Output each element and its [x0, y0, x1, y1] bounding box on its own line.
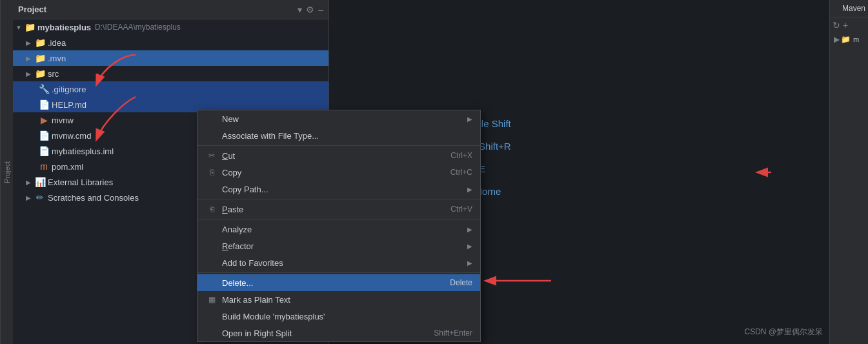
shortcut-label: Ctrl+X	[450, 151, 472, 160]
maven-panel: Maven ↻ + ▶ 📁 m	[829, 0, 868, 344]
shortcut-label: Ctrl+C	[450, 168, 472, 177]
chevron-icon: ▶	[26, 55, 34, 62]
folder-icon: 📁	[35, 68, 45, 79]
menu-label: Analyze	[222, 225, 465, 234]
menu-label: Open in Right Split	[222, 329, 434, 338]
shortcut-label: Shift+Enter	[434, 329, 472, 338]
tree-root[interactable]: ▼ 📁 mybatiesplus D:\IDEAAA\mybatiesplus	[13, 19, 328, 35]
menu-label: Associate with File Type...	[222, 131, 472, 141]
item-label: mvnw	[52, 116, 74, 125]
maven-title: Maven	[842, 4, 865, 13]
file-icon: 📄	[39, 99, 49, 110]
maven-chevron: ▶	[834, 35, 840, 44]
settings-icon[interactable]: ⚙	[306, 5, 314, 15]
folder-icon: 📁	[35, 53, 45, 63]
chevron-icon: ▶	[26, 70, 34, 77]
item-label: mybatiesplus.iml	[52, 147, 114, 156]
panel-header: Project ▾ ⚙ –	[13, 0, 328, 19]
menu-item-open-split[interactable]: Open in Right Split Shift+Enter	[197, 325, 480, 341]
panel-title: Project	[18, 5, 46, 14]
shortcut-label: Delete	[450, 278, 472, 287]
mark-plain-icon: ▦	[205, 295, 218, 304]
file-icon: 📄	[39, 146, 49, 156]
item-label: .mvn	[48, 54, 66, 63]
menu-label: Build Module 'mybatiesplus'	[222, 312, 472, 321]
file-icon: 🔧	[39, 84, 49, 94]
menu-separator	[197, 199, 480, 199]
menu-item-paste[interactable]: ⎗ Paste Ctrl+V	[197, 201, 480, 218]
submenu-arrow: ▶	[467, 226, 472, 233]
context-menu: New ▶ Associate with File Type... ✂ Cut …	[197, 110, 481, 342]
menu-label: Mark as Plain Text	[222, 295, 472, 305]
menu-label: Paste	[222, 205, 450, 214]
csdn-watermark: CSDN @梦里偶尔发呆	[744, 327, 823, 338]
root-path: D:\IDEAAA\mybatiesplus	[95, 23, 181, 32]
maven-icons: ↻ +	[830, 17, 868, 33]
submenu-arrow: ▶	[467, 243, 472, 250]
item-label: HELP.md	[52, 100, 86, 110]
menu-separator	[197, 272, 480, 273]
menu-item-refactor[interactable]: Refactor ▶	[197, 238, 480, 254]
menu-item-mark-plain[interactable]: ▦ Mark as Plain Text	[197, 291, 480, 308]
folder-icon: 📁	[35, 37, 45, 48]
menu-item-analyze[interactable]: Analyze ▶	[197, 221, 480, 238]
file-icon: 📄	[39, 130, 49, 141]
item-label: Scratches and Consoles	[48, 193, 139, 203]
menu-label: Copy Path...	[222, 185, 465, 194]
item-label: .gitignore	[52, 85, 86, 94]
submenu-arrow: ▶	[467, 259, 472, 267]
item-label: .idea	[48, 38, 66, 48]
shortcut-label: Ctrl+V	[450, 205, 472, 214]
menu-item-associate[interactable]: Associate with File Type...	[197, 127, 480, 144]
menu-item-add-favorites[interactable]: Add to Favorites ▶	[197, 254, 480, 271]
main-container: Project Project ▾ ⚙ – ▼ 📁 mybatiesplus D…	[0, 0, 868, 344]
file-icon: m	[39, 161, 49, 172]
menu-label: New	[222, 114, 465, 124]
maven-folder-icon: 📁	[841, 35, 851, 44]
menu-item-cut[interactable]: ✂ Cut Ctrl+X	[197, 147, 480, 164]
chevron-icon: ▶	[26, 179, 34, 186]
submenu-arrow: ▶	[467, 116, 472, 123]
chevron-icon: ▶	[26, 194, 34, 201]
collapse-icon[interactable]: –	[318, 5, 323, 15]
tree-item-idea[interactable]: ▶ 📁 .idea	[13, 35, 328, 50]
vertical-panel-label[interactable]: Project	[0, 0, 13, 344]
maven-refresh-icon[interactable]: ↻	[833, 20, 840, 30]
menu-item-delete[interactable]: Delete... Delete	[197, 274, 480, 291]
item-label: mvnw.cmd	[52, 131, 91, 141]
file-icon: ▶	[39, 115, 49, 125]
menu-label: Add to Favorites	[222, 258, 465, 268]
maven-item-label: m	[853, 35, 859, 43]
paste-icon: ⎗	[205, 205, 218, 214]
menu-label: Delete...	[222, 278, 450, 288]
tree-item-mvn[interactable]: ▶ 📁 .mvn	[13, 50, 328, 66]
arrow-to-delete	[474, 268, 558, 294]
chevron-icon: ▶	[26, 39, 34, 46]
collapse-arrow-icon	[755, 159, 774, 185]
menu-label: Refactor	[222, 241, 465, 251]
menu-item-copy-path[interactable]: Copy Path... ▶	[197, 181, 480, 197]
menu-item-build-module[interactable]: Build Module 'mybatiesplus'	[197, 308, 480, 325]
item-label: src	[48, 69, 59, 79]
item-label: pom.xml	[52, 162, 83, 172]
menu-separator	[197, 219, 480, 219]
tree-item-src[interactable]: ▶ 📁 src	[13, 66, 328, 81]
menu-separator	[197, 145, 480, 146]
cut-icon: ✂	[205, 151, 218, 160]
folder-icon: 📊	[35, 177, 45, 187]
root-label: mybatiesplus	[37, 23, 91, 32]
tree-item-gitignore[interactable]: 🔧 .gitignore	[13, 81, 328, 97]
dropdown-icon[interactable]: ▾	[298, 5, 302, 15]
menu-label: Copy	[222, 168, 450, 177]
maven-tree-item[interactable]: ▶ 📁 m	[830, 33, 868, 46]
menu-item-copy[interactable]: ⎘ Copy Ctrl+C	[197, 164, 480, 181]
maven-header: Maven	[830, 0, 868, 17]
menu-item-new[interactable]: New ▶	[197, 110, 480, 127]
copy-icon: ⎘	[205, 168, 218, 177]
chevron-icon: ▼	[15, 24, 23, 31]
maven-add-icon[interactable]: +	[843, 20, 848, 30]
menu-label: Cut	[222, 151, 450, 161]
folder-icon: 📁	[25, 22, 35, 32]
folder-icon: ✏	[35, 192, 45, 203]
item-label: External Libraries	[48, 177, 113, 187]
